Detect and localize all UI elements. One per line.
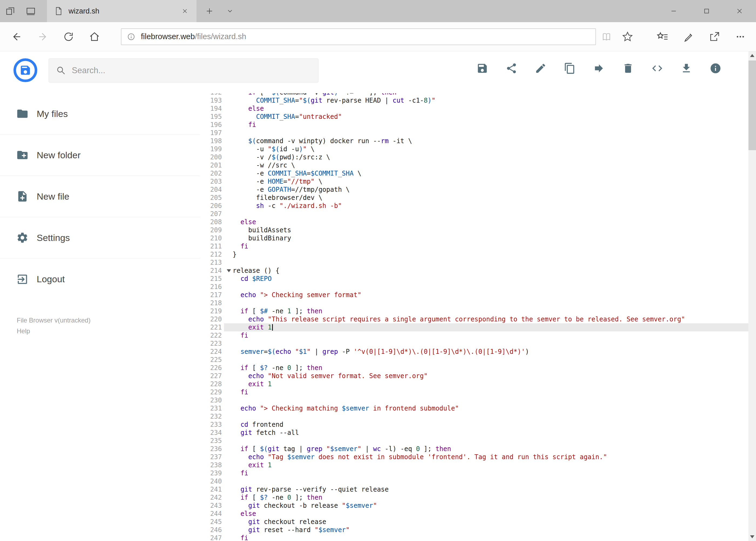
code-text[interactable]: sh -c "./wizard.sh -b" (224, 202, 748, 210)
code-text[interactable]: echo "> Checking semver format" (224, 291, 748, 299)
maximize-button[interactable] (690, 0, 723, 22)
rename-button[interactable] (535, 62, 547, 74)
code-text[interactable] (224, 396, 748, 404)
code-text[interactable]: fi (224, 121, 748, 129)
filebrowser-logo[interactable] (13, 58, 38, 83)
sidebar-item-my-files[interactable]: My files (0, 93, 200, 135)
minimize-button[interactable] (657, 0, 690, 22)
code-text[interactable]: echo "> Checking matching $semver in fro… (224, 404, 748, 412)
sidebar-item-settings[interactable]: Settings (0, 217, 200, 259)
share-page-button[interactable] (701, 24, 727, 50)
code-text[interactable] (224, 210, 748, 218)
fold-marker[interactable] (227, 269, 231, 272)
scrollbar-thumb[interactable] (748, 61, 756, 150)
sidebar-item-logout[interactable]: Logout (0, 259, 200, 300)
code-text[interactable] (224, 412, 748, 420)
code-text[interactable]: if [ $(git tag | grep "$semver" | wc -l)… (224, 445, 748, 453)
code-text[interactable]: if [ $? -ne 0 ]; then (224, 364, 748, 372)
tab-close-button[interactable] (177, 4, 192, 18)
back-button[interactable] (4, 24, 30, 50)
code-text[interactable]: -e GOPATH=//tmp/gopath \ (224, 186, 748, 194)
site-info-icon[interactable] (126, 32, 136, 42)
code-text[interactable]: -u "$(id -u)" \ (224, 145, 748, 153)
code-text[interactable]: -v /$(pwd):/src:z \ (224, 153, 748, 161)
code-text[interactable] (224, 299, 748, 307)
code-text[interactable]: buildBinary (224, 234, 748, 242)
code-text[interactable]: fi (224, 469, 748, 477)
code-text[interactable]: git checkout release (224, 518, 748, 526)
code-editor[interactable]: 192 if [ "$(command -v git)" != "" ]; th… (201, 93, 748, 541)
code-text[interactable]: git reset --hard "$semver" (224, 526, 748, 534)
code-text[interactable]: if [ $? -ne 0 ]; then (224, 493, 748, 502)
tabs-preview-button[interactable] (21, 0, 41, 22)
code-text[interactable]: if [ "$(command -v git)" != "" ]; then (224, 93, 748, 96)
code-text[interactable] (224, 283, 748, 291)
code-text[interactable] (224, 339, 748, 347)
code-text[interactable]: -w //src \ (224, 161, 748, 169)
tab-list-dropdown-button[interactable] (220, 0, 240, 22)
code-text[interactable]: echo "This release script requires a sin… (224, 315, 748, 323)
home-button[interactable] (82, 24, 108, 50)
delete-button[interactable] (622, 62, 634, 74)
new-tab-button[interactable] (199, 0, 220, 22)
share-button[interactable] (506, 62, 517, 74)
code-text[interactable]: exit 1 (224, 323, 748, 331)
scroll-down-arrow[interactable] (750, 535, 754, 538)
info-button[interactable] (710, 62, 721, 74)
code-text[interactable]: cd $REPO (224, 275, 748, 283)
code-text[interactable] (224, 477, 748, 485)
save-button[interactable] (476, 62, 488, 74)
code-text[interactable]: fi (224, 242, 748, 251)
code-text[interactable]: else (224, 510, 748, 518)
code-text[interactable]: -e COMMIT_SHA=$COMMIT_SHA \ (224, 169, 748, 178)
move-button[interactable] (593, 62, 605, 74)
code-text[interactable]: fi (224, 534, 748, 541)
code-text[interactable]: cd frontend (224, 420, 748, 429)
code-text[interactable]: semver=$(echo "$1" | grep -P '^v(0|[1-9]… (224, 347, 748, 356)
forward-button[interactable] (30, 24, 56, 50)
reading-view-button[interactable] (596, 24, 617, 50)
code-text[interactable]: echo "Not valid semver format. See semve… (224, 372, 748, 380)
code-text[interactable]: git fetch --all (224, 429, 748, 437)
code-text[interactable]: git checkout -b release "$semver" (224, 502, 748, 510)
code-text[interactable]: fi (224, 388, 748, 396)
raw-code-button[interactable] (651, 62, 663, 74)
code-text[interactable]: buildAssets (224, 226, 748, 234)
sidebar-item-new-folder[interactable]: New folder (0, 135, 200, 176)
page-scrollbar[interactable] (748, 51, 756, 541)
code-text[interactable]: release () { (224, 267, 748, 275)
sidebar-item-new-file[interactable]: New file (0, 176, 200, 217)
window-close-button[interactable] (723, 0, 756, 22)
annotate-button[interactable] (675, 24, 701, 50)
code-text[interactable]: -e HOME="//tmp" \ (224, 178, 748, 186)
code-text[interactable] (224, 129, 748, 137)
help-link[interactable]: Help (17, 326, 200, 336)
search-input[interactable] (71, 65, 318, 76)
address-bar[interactable]: filebrowser.web/files/wizard.sh (121, 28, 596, 45)
search-box[interactable] (49, 58, 319, 83)
add-favorite-button[interactable] (617, 24, 638, 50)
code-text[interactable]: else (224, 105, 748, 113)
browser-tab[interactable]: wizard.sh (47, 0, 196, 22)
code-text[interactable] (224, 259, 748, 267)
code-text[interactable]: exit 1 (224, 380, 748, 388)
code-text[interactable]: } (224, 251, 748, 259)
code-text[interactable]: if [ $# -ne 1 ]; then (224, 307, 748, 315)
code-text[interactable]: COMMIT_SHA="untracked" (224, 113, 748, 121)
copy-button[interactable] (564, 62, 576, 74)
code-text[interactable] (224, 356, 748, 364)
code-text[interactable]: echo "Tag $semver does not exist in subm… (224, 453, 748, 461)
more-options-button[interactable] (727, 24, 753, 50)
refresh-button[interactable] (56, 24, 82, 50)
scroll-up-arrow[interactable] (750, 54, 754, 57)
code-text[interactable]: else (224, 218, 748, 226)
code-text[interactable]: git rev-parse --verify --quiet release (224, 485, 748, 493)
hub-favorites-button[interactable] (650, 24, 675, 50)
code-text[interactable] (224, 437, 748, 445)
code-text[interactable]: fi (224, 331, 748, 339)
code-text[interactable]: COMMIT_SHA="$(git rev-parse HEAD | cut -… (224, 96, 748, 105)
code-text[interactable]: $(command -v winpty) docker run --rm -it… (224, 137, 748, 145)
set-tabs-aside-button[interactable] (0, 0, 21, 22)
code-text[interactable]: exit 1 (224, 461, 748, 469)
code-text[interactable]: filebrowser/dev \ (224, 194, 748, 202)
